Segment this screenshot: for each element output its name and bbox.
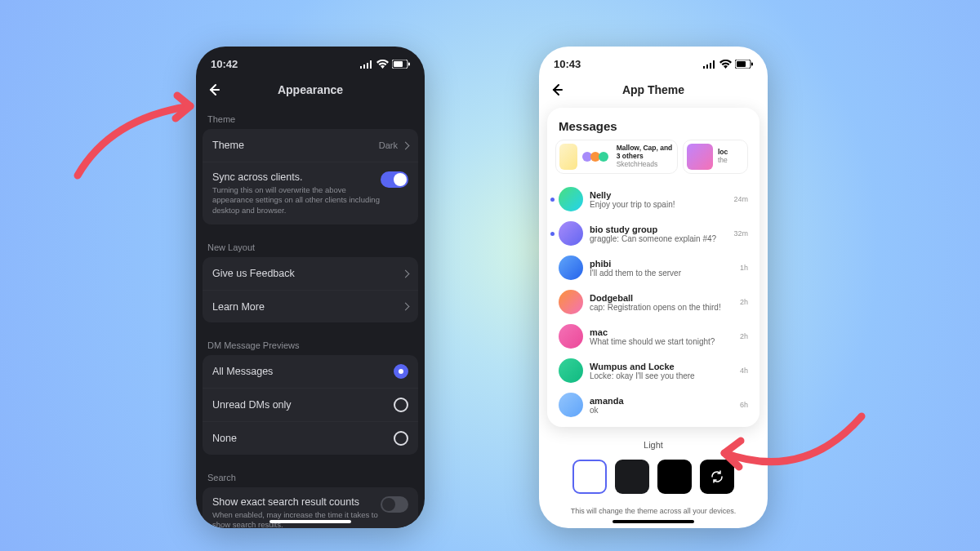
back-button[interactable] bbox=[206, 82, 222, 98]
svg-rect-5 bbox=[751, 63, 753, 66]
conversation-name: phibi bbox=[590, 259, 733, 269]
sync-toggle[interactable] bbox=[381, 171, 408, 188]
conversation-preview: I'll add them to the server bbox=[590, 269, 733, 278]
radio-all-label: All Messages bbox=[212, 366, 394, 377]
theme-swatches bbox=[539, 460, 768, 494]
conversation-row[interactable]: amandaok6h bbox=[547, 388, 760, 422]
activity-card[interactable]: Mallow, Cap, and 3 others SketchHeads bbox=[555, 140, 678, 174]
conversation-row[interactable]: macWhat time should we start tonight?2h bbox=[547, 319, 760, 353]
theme-swatch-dark[interactable] bbox=[615, 460, 649, 494]
conversation-name: Nelly bbox=[590, 190, 727, 200]
nav-header: Appearance bbox=[196, 75, 425, 104]
wifi-icon bbox=[376, 60, 389, 69]
activity-title: Mallow, Cap, and 3 others bbox=[617, 144, 674, 161]
back-button[interactable] bbox=[549, 82, 565, 98]
activity-card[interactable]: loc the bbox=[683, 140, 748, 174]
cellular-icon bbox=[703, 60, 716, 69]
radio-unread-only[interactable]: Unread DMs only bbox=[203, 388, 418, 421]
conversation-row[interactable]: NellyEnjoy your trip to spain!24m bbox=[547, 182, 760, 216]
avatar bbox=[559, 324, 583, 349]
sync-icon bbox=[710, 469, 724, 484]
radio-unselected-icon bbox=[394, 398, 408, 412]
conversation-time: 6h bbox=[740, 401, 748, 409]
messages-heading: Messages bbox=[547, 116, 760, 140]
layout-group: Give us Feedback Learn More bbox=[203, 257, 418, 322]
status-indicators bbox=[360, 60, 410, 69]
conversation-name: Dodgeball bbox=[590, 293, 733, 303]
dm-previews-group: All Messages Unread DMs only None bbox=[203, 355, 418, 455]
conversation-preview: Locke: okay I'll see you there bbox=[590, 371, 733, 380]
battery-icon bbox=[735, 60, 753, 69]
status-time: 10:42 bbox=[211, 58, 238, 70]
home-indicator bbox=[612, 520, 694, 523]
annotation-arrow-left bbox=[69, 94, 216, 195]
radio-unselected-icon bbox=[394, 431, 408, 446]
section-theme: Theme bbox=[196, 104, 425, 129]
conversation-preview: Enjoy your trip to spain! bbox=[590, 200, 727, 209]
conversation-time: 2h bbox=[740, 298, 748, 306]
theme-group: Theme Dark Sync across clients. Turning … bbox=[203, 129, 418, 224]
search-counts-title: Show exact search result counts bbox=[212, 496, 381, 508]
conversation-time: 4h bbox=[740, 367, 748, 375]
theme-preview-card: Messages Mallow, Cap, and 3 others Sketc… bbox=[547, 108, 760, 427]
activity-sub: the bbox=[718, 157, 728, 165]
theme-swatch-midnight[interactable] bbox=[657, 460, 692, 494]
search-counts-toggle[interactable]: ✕ bbox=[381, 496, 408, 513]
svg-rect-4 bbox=[737, 61, 746, 67]
svg-rect-1 bbox=[394, 61, 403, 67]
activity-sub: SketchHeads bbox=[617, 161, 674, 169]
wifi-icon bbox=[719, 60, 732, 69]
page-title: Appearance bbox=[196, 83, 425, 96]
conversation-preview: graggle: Can someone explain #4? bbox=[590, 234, 727, 243]
chevron-right-icon bbox=[402, 269, 410, 278]
conversation-preview: ok bbox=[590, 406, 733, 415]
home-indicator bbox=[270, 520, 351, 523]
status-bar: 10:42 bbox=[196, 47, 425, 75]
feedback-row[interactable]: Give us Feedback bbox=[203, 257, 418, 290]
activity-thumb bbox=[559, 144, 577, 170]
activity-thumb bbox=[687, 144, 713, 170]
status-indicators bbox=[703, 60, 753, 69]
conversation-time: 24m bbox=[733, 195, 748, 203]
avatar bbox=[559, 393, 583, 417]
radio-none-label: None bbox=[212, 433, 394, 444]
avatar bbox=[559, 221, 583, 246]
status-bar: 10:43 bbox=[539, 47, 768, 75]
conversation-row[interactable]: bio study groupgraggle: Can someone expl… bbox=[547, 216, 760, 251]
radio-unread-label: Unread DMs only bbox=[212, 399, 394, 411]
conversation-time: 2h bbox=[740, 332, 748, 340]
sync-row[interactable]: Sync across clients. Turning this on wil… bbox=[203, 162, 418, 224]
chevron-right-icon bbox=[402, 141, 410, 149]
theme-row[interactable]: Theme Dark bbox=[203, 129, 418, 162]
conversation-row[interactable]: phibiI'll add them to the server1h bbox=[547, 251, 760, 285]
close-icon: ✕ bbox=[385, 500, 391, 508]
conversation-row[interactable]: Dodgeballcap: Registration opens on the … bbox=[547, 285, 760, 319]
radio-all-messages[interactable]: All Messages bbox=[203, 355, 418, 388]
radio-none[interactable]: None bbox=[203, 421, 418, 455]
phone-app-theme-light: 10:43 App Theme Messages Mallow, Cap, an bbox=[539, 47, 768, 528]
learn-more-row[interactable]: Learn More bbox=[203, 290, 418, 322]
conversation-name: bio study group bbox=[590, 224, 727, 234]
conversation-name: Wumpus and Locke bbox=[590, 362, 733, 371]
unread-dot bbox=[550, 232, 555, 236]
conversation-preview: cap: Registration opens on the third! bbox=[590, 303, 733, 312]
conversation-name: mac bbox=[590, 327, 733, 337]
conversation-time: 1h bbox=[740, 264, 748, 272]
conversation-row[interactable]: Wumpus and LockeLocke: okay I'll see you… bbox=[547, 353, 760, 388]
status-time: 10:43 bbox=[554, 58, 581, 70]
theme-swatch-light[interactable] bbox=[572, 460, 607, 494]
selected-theme-label: Light bbox=[539, 440, 768, 450]
learn-more-label: Learn More bbox=[212, 301, 403, 313]
theme-footer: This will change the theme across all yo… bbox=[539, 507, 768, 515]
conversation-preview: What time should we start tonight? bbox=[590, 337, 733, 346]
theme-value: Dark bbox=[379, 140, 398, 150]
svg-rect-2 bbox=[408, 63, 410, 66]
nav-header: App Theme bbox=[539, 75, 768, 104]
conversation-name: amanda bbox=[590, 396, 733, 406]
feedback-label: Give us Feedback bbox=[212, 268, 403, 279]
avatar bbox=[559, 290, 583, 314]
activity-cards: Mallow, Cap, and 3 others SketchHeads lo… bbox=[547, 140, 760, 182]
sync-subtitle: Turning this on will overwrite the above… bbox=[212, 185, 381, 216]
theme-swatch-auto[interactable] bbox=[700, 460, 734, 494]
section-dm-previews: DM Message Previews bbox=[196, 331, 425, 355]
